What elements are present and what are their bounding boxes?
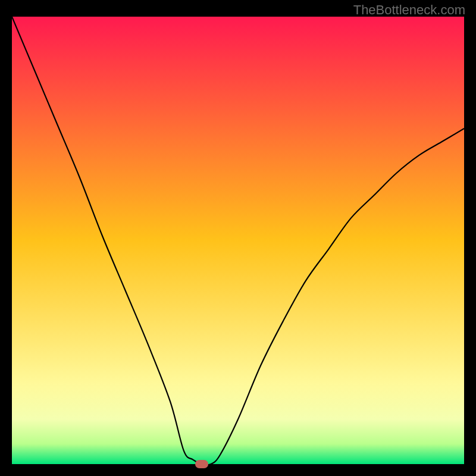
plot-frame bbox=[12, 17, 464, 464]
curve-layer bbox=[12, 17, 464, 464]
plot-area bbox=[12, 17, 464, 464]
bottleneck-curve bbox=[12, 17, 464, 464]
watermark-text: TheBottleneck.com bbox=[353, 2, 465, 18]
optimal-marker-icon bbox=[195, 460, 208, 468]
